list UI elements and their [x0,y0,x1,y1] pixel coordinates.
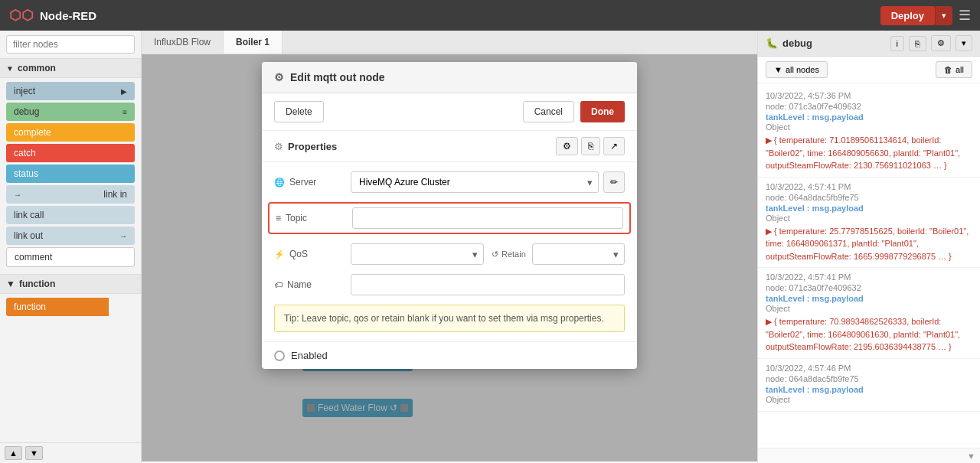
sidebar-scroll-down-button[interactable]: ▼ [25,446,43,460]
debug-msg-4-timestamp: 10/3/2022, 4:57:46 PM [766,364,972,373]
sidebar-item-function[interactable]: function [6,298,109,316]
sidebar-item-link-call[interactable]: link call [6,206,135,224]
sidebar-item-comment[interactable]: comment [6,247,135,267]
sidebar-filter-area [0,31,141,59]
name-label-text: Name [287,279,312,290]
function-section-header[interactable]: ▼ function [0,274,141,294]
sidebar-item-catch[interactable]: catch [6,144,135,162]
properties-toolbar: ⚙ ⎘ ↗ [556,137,625,155]
debug-node-label: debug [14,106,39,117]
retain-select[interactable] [532,243,625,265]
status-node-label: status [14,168,38,179]
qos-select[interactable] [351,243,484,265]
sidebar-item-link-in[interactable]: → link in [6,185,135,204]
deploy-dropdown-button[interactable]: ▾ [935,6,952,25]
server-select[interactable]: HiveMQ Azure Cluster [351,171,599,193]
sidebar-item-debug[interactable]: debug ≡ [6,103,135,121]
hamburger-menu-button[interactable]: ☰ [959,7,971,24]
tab-influxdb[interactable]: InfluxDB Flow [142,31,224,54]
retain-label: ↺ Retain [492,249,526,259]
complete-node-label: complete [14,127,51,138]
modal-title: Edit mqtt out node [290,71,385,83]
retain-section: ↺ Retain [492,243,625,265]
clear-label: all [956,65,964,74]
function-caret-icon: ▼ [6,279,15,289]
inject-node-icon: ▶ [121,87,127,96]
debug-msg-2-node: node: 064a8dac5fb9fe75 [766,193,972,202]
properties-settings-button[interactable]: ⚙ [556,137,578,155]
function-node-label: function [14,302,46,312]
name-label: Name [274,279,343,290]
sidebar-item-link-out[interactable]: link out → [6,227,135,245]
all-nodes-filter-button[interactable]: ▼ all nodes [766,61,828,78]
canvas-tabs: InfluxDB Flow Boiler 1 [142,31,757,54]
debug-msg-2-payload: Object [766,214,972,223]
sidebar-item-status[interactable]: status [6,165,135,183]
deploy-button[interactable]: Deploy [880,6,935,25]
filter-icon: ▼ [774,65,782,74]
done-button[interactable]: Done [580,101,625,122]
server-edit-button[interactable]: ✏ [603,171,625,193]
debug-msg-1-node: node: 071c3a0f7e409632 [766,102,972,111]
topbar-right: Deploy ▾ ☰ [880,6,971,25]
modal-actions-bar: Delete Cancel Done [262,93,637,131]
modal-body: Server HiveMQ Azure Cluster ✏ [262,162,637,341]
topic-label-text: Topic [286,213,307,223]
debug-msg-1-payload: Object [766,122,972,132]
debug-msg-4-source: tankLevel : msg.payload [766,385,972,394]
sidebar-scroll-up-button[interactable]: ▲ [5,446,22,460]
debug-msg-4-payload: Object [766,395,972,404]
server-select-wrapper: HiveMQ Azure Cluster [351,171,599,193]
debug-msg-1-source: tankLevel : msg.payload [766,112,972,122]
link-in-icon: → [14,191,21,199]
debug-scroll-bar: ▼ [758,448,980,463]
link-out-icon: → [119,232,127,240]
cancel-button[interactable]: Cancel [523,101,574,122]
modal-overlay: Edit mqtt out node Delete Cancel Done [142,54,757,461]
qos-label-text: QoS [289,249,308,259]
delete-button[interactable]: Delete [274,101,324,122]
common-section-header[interactable]: ▼ common [0,59,141,78]
debug-header-right: i ⎘ ⚙ ▾ [890,35,972,51]
debug-msg-1-timestamp: 10/3/2022, 4:57:36 PM [766,91,972,100]
name-input[interactable]: Publish to HiveMQ Broker [351,274,625,295]
debug-settings-button[interactable]: ⚙ [931,35,951,51]
properties-export-button[interactable]: ↗ [603,137,625,155]
topic-input[interactable]: plant/boilers [352,207,623,229]
debug-collapse-button[interactable]: ▾ [956,35,972,51]
link-in-label: link in [103,189,127,200]
retain-label-text: Retain [501,249,526,259]
topic-label: Topic [276,213,345,223]
debug-bug-icon: 🐛 [766,37,778,49]
retain-icon: ↺ [492,249,498,259]
topbar: ⬡⬡ Node-RED Deploy ▾ ☰ [0,0,980,31]
modal-actions-left: Delete [274,101,324,122]
qos-icon [274,249,285,259]
comment-label: comment [15,252,52,262]
debug-header-left: 🐛 debug [766,37,812,49]
filter-nodes-input[interactable] [6,35,135,54]
filter-label: all nodes [786,65,819,74]
clear-all-button[interactable]: 🗑 all [936,61,972,78]
debug-msg-3-payload: Object [766,304,972,313]
server-label-text: Server [289,177,316,187]
tab-boiler1[interactable]: Boiler 1 [224,31,283,54]
debug-message-3: 10/3/2022, 4:57:41 PM node: 071c3a0f7e40… [758,268,980,359]
qos-select-wrapper [351,243,484,265]
properties-copy-button[interactable]: ⎘ [581,137,600,155]
common-caret-icon: ▼ [6,64,14,73]
tab-influxdb-label: InfluxDB Flow [154,37,211,47]
debug-info-button[interactable]: i [890,36,904,51]
sidebar-item-complete[interactable]: complete [6,123,135,142]
topbar-left: ⬡⬡ Node-RED [9,7,96,24]
topic-form-row: Topic plant/boilers [268,202,631,234]
sidebar-item-inject[interactable]: inject ▶ [6,82,135,100]
sidebar: ▼ common inject ▶ debug ≡ complete catch… [0,31,142,463]
debug-scroll-button[interactable]: ▼ [967,452,975,461]
modal-footer: Enabled [262,341,637,369]
properties-label-area: ⚙ Properties [274,141,337,152]
modal-header-gear-icon [274,71,284,83]
properties-gear-icon: ⚙ [274,141,283,152]
tip-text: Tip: Leave topic, qos or retain blank if… [284,313,604,324]
debug-copy-button[interactable]: ⎘ [909,36,926,51]
